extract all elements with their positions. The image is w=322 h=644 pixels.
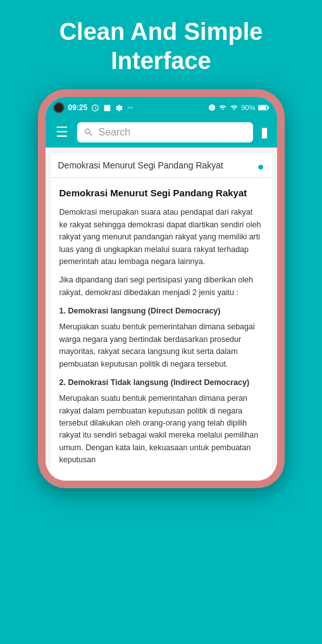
more-dots: ··· bbox=[127, 104, 133, 111]
battery-icon bbox=[258, 104, 269, 111]
search-box[interactable]: Search bbox=[77, 122, 253, 142]
article-section2-body: Merupakan suatu bentuk pemerintahan dima… bbox=[59, 393, 263, 466]
article-title-preview: Demokrasi Menurut Segi Pandang Rakyat bbox=[58, 160, 252, 170]
article-section2-title: 2. Demokrasi Tidak langsung (Indirect De… bbox=[59, 377, 263, 389]
svg-rect-2 bbox=[258, 106, 266, 110]
photo-icon bbox=[103, 104, 111, 112]
page-title: Clean And Simple Interface bbox=[34, 0, 288, 89]
article-paragraph-1: Demokrasi merupakan suara atau pendapat … bbox=[59, 206, 263, 268]
svg-point-0 bbox=[118, 107, 120, 109]
wifi-icon bbox=[230, 104, 238, 111]
svg-rect-3 bbox=[268, 106, 269, 109]
article-card: Demokrasi Menurut Segi Pandang Rakyat ● … bbox=[51, 154, 272, 480]
article-paragraph-2: Jika dipandang dari segi pertisipasi yan… bbox=[59, 274, 263, 299]
alarm-right-icon bbox=[208, 104, 216, 111]
search-icon bbox=[84, 127, 94, 137]
camera-dot bbox=[53, 102, 65, 113]
alarm-icon bbox=[91, 104, 99, 112]
phone-screen: 09:25 ··· 90% ☰ Search ▮ bbox=[46, 97, 277, 480]
search-placeholder: Search bbox=[99, 127, 247, 138]
content-area: Demokrasi Menurut Segi Pandang Rakyat ● … bbox=[46, 148, 277, 480]
bookmark-small-icon[interactable]: ● bbox=[257, 160, 264, 174]
battery-percentage: 90% bbox=[241, 104, 255, 111]
article-header: Demokrasi Menurut Segi Pandang Rakyat ● bbox=[51, 154, 272, 178]
article-body: Demokrasi Menurut Segi Pandang Rakyat De… bbox=[51, 178, 272, 480]
status-bar: 09:25 ··· 90% bbox=[46, 97, 277, 117]
app-bar: ☰ Search ▮ bbox=[46, 117, 277, 148]
settings-icon bbox=[115, 104, 123, 112]
bookmark-icon[interactable]: ▮ bbox=[258, 123, 271, 142]
signal-icon bbox=[218, 104, 227, 111]
article-main-title: Demokrasi Menurut Segi Pandang Rakyat bbox=[59, 186, 263, 200]
article-section1-title: 1. Demokrasi langsung (Direct Democracy) bbox=[59, 305, 263, 317]
phone-wrapper: 09:25 ··· 90% ☰ Search ▮ bbox=[38, 89, 285, 488]
article-section1-body: Merupakan suatu bentuk pemerintahan dima… bbox=[59, 321, 263, 370]
time-display: 09:25 bbox=[68, 103, 88, 112]
menu-icon[interactable]: ☰ bbox=[52, 123, 72, 142]
